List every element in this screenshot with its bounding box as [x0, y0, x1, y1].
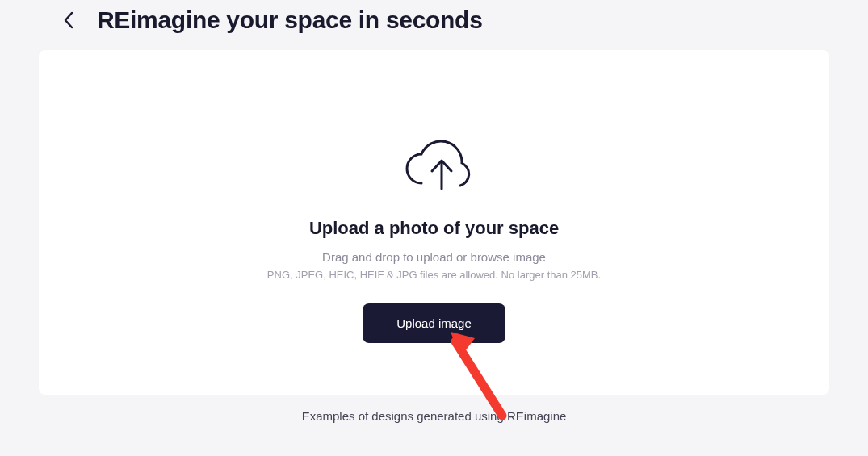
back-button[interactable] [63, 11, 74, 29]
upload-instruction: Drag and drop to upload or browse image [322, 250, 546, 264]
cloud-upload-icon [397, 139, 472, 200]
upload-panel[interactable]: Upload a photo of your space Drag and dr… [39, 50, 829, 395]
upload-file-hint: PNG, JPEG, HEIC, HEIF & JPG files are al… [267, 269, 601, 281]
chevron-left-icon [63, 11, 74, 29]
examples-caption: Examples of designs generated using REim… [0, 409, 868, 423]
upload-image-button[interactable]: Upload image [363, 303, 505, 343]
upload-heading: Upload a photo of your space [309, 218, 559, 239]
page-title: REimagine your space in seconds [97, 6, 483, 34]
page-header: REimagine your space in seconds [0, 0, 868, 50]
